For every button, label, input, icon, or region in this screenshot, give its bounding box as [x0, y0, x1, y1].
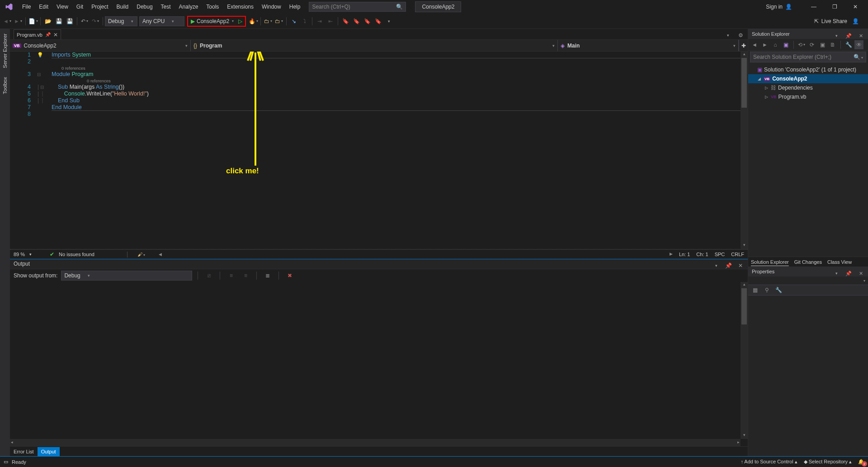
- tab-output[interactable]: Output: [38, 447, 60, 456]
- platform-dropdown[interactable]: Any CPU▾: [139, 16, 184, 26]
- eol-mode[interactable]: CRLF: [731, 252, 744, 257]
- save-all-icon[interactable]: 💾: [64, 16, 75, 27]
- select-repository[interactable]: ◆ Select Repository ▴: [804, 459, 852, 465]
- browse2-icon[interactable]: 🗀▾: [274, 16, 284, 27]
- global-search[interactable]: Search (Ctrl+Q) 🔍: [309, 2, 406, 12]
- menu-debug[interactable]: Debug: [132, 0, 156, 14]
- start-debugging-button[interactable]: ▶ ConsoleApp2 ▾: [189, 17, 236, 26]
- bm-next-icon[interactable]: 🔖: [362, 16, 373, 27]
- output-body[interactable]: ▴▾ ◂▸: [10, 282, 748, 447]
- nav-back-icon[interactable]: ◄▾: [2, 16, 13, 27]
- out-clear-icon[interactable]: ⎚: [203, 270, 214, 281]
- notifications-button[interactable]: 🔔 2: [858, 459, 864, 465]
- props-categorized-icon[interactable]: ▦: [750, 286, 760, 295]
- se-pin-icon[interactable]: 📌: [843, 30, 854, 41]
- toolbox-tab[interactable]: Toolbox: [1, 74, 9, 97]
- se-search[interactable]: Search Solution Explorer (Ctrl+;) 🔍▾: [750, 52, 866, 62]
- output-window-pos-icon[interactable]: ▾: [711, 260, 722, 271]
- se-back-icon[interactable]: ◄: [750, 40, 759, 49]
- output-hscroll[interactable]: ◂▸: [10, 439, 741, 446]
- tree-dependencies[interactable]: ▷ ⛓ Dependencies: [748, 83, 868, 92]
- save-icon[interactable]: 💾: [53, 16, 64, 27]
- toolbar-overflow-icon[interactable]: ▾: [383, 16, 394, 27]
- tab-git-changes[interactable]: Git Changes: [792, 257, 825, 267]
- output-close-icon[interactable]: ✕: [735, 260, 746, 271]
- split-editor-icon[interactable]: ✚: [739, 40, 748, 51]
- code-editor[interactable]: 1💡Imports System20 references3⊟Module Pr…: [10, 52, 748, 249]
- scope-combo[interactable]: {} Program▾: [191, 40, 558, 51]
- solution-name-box[interactable]: ConsoleApp2: [415, 1, 461, 12]
- se-refresh-icon[interactable]: ⟳: [807, 40, 816, 49]
- se-window-pos-icon[interactable]: ▾: [831, 30, 842, 41]
- bm-prev-icon[interactable]: 🔖: [351, 16, 362, 27]
- menu-build[interactable]: Build: [113, 0, 133, 14]
- pin-icon[interactable]: 📌: [45, 32, 51, 37]
- se-sync-icon[interactable]: ⟲▾: [797, 40, 806, 49]
- undo-icon[interactable]: ↶▾: [79, 16, 90, 27]
- tab-gear-icon[interactable]: ⚙: [735, 30, 746, 41]
- menu-view[interactable]: View: [52, 0, 72, 14]
- menu-window[interactable]: Window: [258, 0, 285, 14]
- close-tab-icon[interactable]: ✕: [53, 32, 58, 38]
- add-source-control[interactable]: ↑ Add to Source Control ▴: [741, 459, 797, 465]
- menu-edit[interactable]: Edit: [35, 0, 52, 14]
- nav-fwd-icon[interactable]: ►▾: [13, 16, 24, 27]
- se-close-icon[interactable]: ✕: [855, 30, 866, 41]
- maximize-button[interactable]: ❐: [826, 1, 843, 12]
- tree-project[interactable]: ◢ VB ConsoleApp2: [748, 74, 868, 83]
- tab-class-view[interactable]: Class View: [825, 257, 854, 267]
- props-window-pos-icon[interactable]: ▾: [831, 268, 842, 279]
- menu-test[interactable]: Test: [157, 0, 175, 14]
- se-properties-icon[interactable]: 🔧: [844, 40, 853, 49]
- out-wrap1-icon[interactable]: ≡: [226, 270, 236, 281]
- out-toggle-wrap-icon[interactable]: ≣: [262, 270, 273, 281]
- se-preview-icon[interactable]: 👁: [854, 40, 863, 49]
- tab-solution-explorer[interactable]: Solution Explorer: [748, 257, 792, 267]
- output-vscroll[interactable]: ▴▾: [741, 282, 748, 439]
- signin-button[interactable]: Sign in 👤: [766, 4, 792, 10]
- step-into-icon[interactable]: ↘: [288, 16, 299, 27]
- redo-icon[interactable]: ↷▾: [90, 16, 101, 27]
- indent-mode[interactable]: SPC: [715, 252, 725, 257]
- props-alpha-icon[interactable]: ⚲: [762, 286, 772, 295]
- menu-tools[interactable]: Tools: [202, 0, 223, 14]
- props-pin-icon[interactable]: 📌: [843, 268, 854, 279]
- tab-list-icon[interactable]: ▾: [722, 30, 733, 41]
- se-fwd-icon[interactable]: ►: [760, 40, 769, 49]
- tree-file-program[interactable]: ▷ VB Program.vb: [748, 92, 868, 101]
- tree-solution[interactable]: ▣ Solution 'ConsoleApp2' (1 of 1 project…: [748, 65, 868, 74]
- se-switch-view-icon[interactable]: ▣: [781, 40, 790, 49]
- member-combo[interactable]: ◈ Main▾: [558, 40, 739, 51]
- config-dropdown[interactable]: Debug▾: [105, 16, 137, 26]
- issues-text[interactable]: No issues found: [59, 252, 94, 257]
- start-without-debugging-button[interactable]: ▷: [236, 17, 244, 26]
- editor-vscroll[interactable]: ▴▾: [741, 52, 748, 249]
- props-close-icon[interactable]: ✕: [855, 268, 866, 279]
- hot-reload-icon[interactable]: 🔥▾: [248, 16, 259, 27]
- out-clear2-icon[interactable]: ✖: [284, 270, 295, 281]
- menu-git[interactable]: Git: [72, 0, 87, 14]
- menu-project[interactable]: Project: [87, 0, 112, 14]
- out-wrap2-icon[interactable]: ≡: [240, 270, 251, 281]
- bm-clear-icon[interactable]: 🔖: [373, 16, 383, 27]
- menu-file[interactable]: File: [18, 0, 35, 14]
- minimize-button[interactable]: —: [806, 1, 822, 12]
- doc-tab-program[interactable]: Program.vb 📌 ✕: [14, 29, 61, 39]
- status-window-icon[interactable]: ▭: [4, 459, 8, 465]
- zoom-level[interactable]: 89 %: [14, 252, 25, 257]
- indent-icon[interactable]: ⇥: [314, 16, 325, 27]
- tab-error-list[interactable]: Error List: [10, 447, 38, 456]
- props-wrench-icon[interactable]: 🔧: [774, 286, 783, 295]
- solution-tree[interactable]: ▣ Solution 'ConsoleApp2' (1 of 1 project…: [748, 63, 868, 257]
- new-project-icon[interactable]: 📄▾: [28, 16, 38, 27]
- se-home-icon[interactable]: ⌂: [771, 40, 780, 49]
- se-showall-icon[interactable]: 🗎: [828, 40, 837, 49]
- menu-extensions[interactable]: Extensions: [223, 0, 258, 14]
- server-explorer-tab[interactable]: Server Explorer: [1, 31, 9, 71]
- menu-analyze[interactable]: Analyze: [175, 0, 203, 14]
- browse-icon[interactable]: 🗀▾: [263, 16, 274, 27]
- output-pin-icon[interactable]: 📌: [723, 260, 734, 271]
- outdent-icon[interactable]: ⇤: [325, 16, 336, 27]
- se-collapse-icon[interactable]: ▣: [818, 40, 827, 49]
- menu-help[interactable]: Help: [285, 0, 305, 14]
